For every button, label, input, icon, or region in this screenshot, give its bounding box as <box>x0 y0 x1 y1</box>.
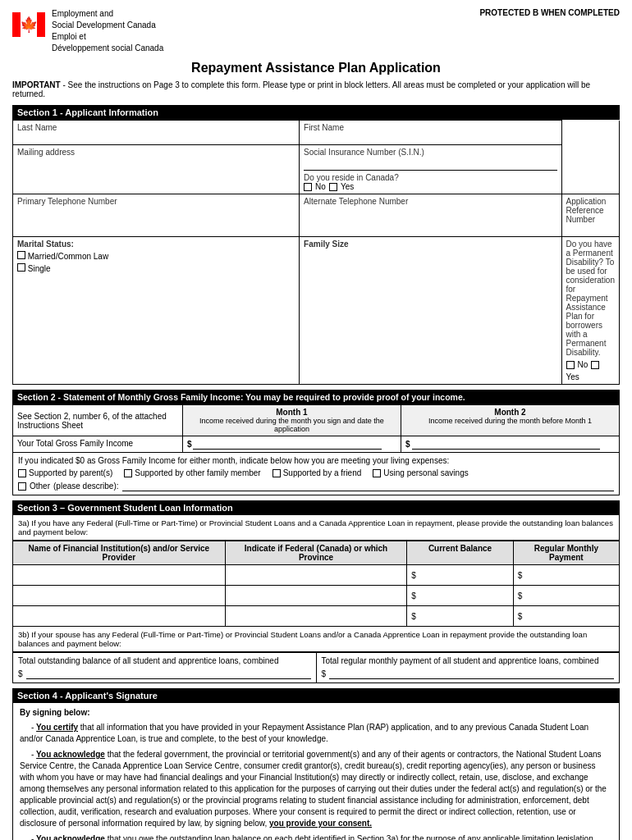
section1-header: Section 1 - Applicant Information <box>12 105 620 120</box>
month1-sub: Income received during the month you sig… <box>187 417 396 433</box>
supported-other-family-label: Supported by other family member <box>135 468 260 477</box>
loan-institution-1 <box>13 565 226 586</box>
first-name-input[interactable] <box>304 132 556 142</box>
primary-phone-cell: Primary Telephone Number <box>13 194 300 237</box>
instructions-ref-text: See Section 2, number 6, of the attached… <box>17 412 167 430</box>
col3-header-text: Current Balance <box>428 544 492 553</box>
gross-income-month2: $ <box>405 439 615 450</box>
loans-header-row: Name of Financial Institution(s) and/or … <box>13 541 620 565</box>
phone-row: Primary Telephone Number Alternate Telep… <box>13 194 620 237</box>
married-option: Married/Common Law <box>17 251 295 261</box>
section4: Section 4 - Applicant's Signature By sig… <box>12 688 620 840</box>
disability-no-checkbox[interactable] <box>566 361 575 369</box>
loan-payment-2: $ <box>513 586 619 606</box>
loan-province-2 <box>225 586 407 606</box>
single-option: Single <box>17 263 295 273</box>
supported-other-family-checkbox[interactable] <box>124 469 132 477</box>
balance-dollar-3: $ <box>411 612 416 621</box>
residence-yes-checkbox[interactable] <box>329 183 337 191</box>
dollar-sign-2: $ <box>405 440 410 449</box>
payment-dollar-3: $ <box>518 612 523 621</box>
marital-status-cell: Marital Status: Married/Common Law Singl… <box>13 237 300 385</box>
other-expense-row: Other (please describe): <box>18 481 614 491</box>
disability-options: No Yes <box>566 360 616 381</box>
org-fr-line1: Emploi et <box>52 31 163 43</box>
payment-1-input[interactable] <box>524 568 607 582</box>
sin-input[interactable] <box>304 157 556 167</box>
province-1-input[interactable] <box>230 568 403 582</box>
province-2-input[interactable] <box>230 588 403 603</box>
canada-residence-section: Do you reside in Canada? No Yes <box>304 170 556 191</box>
other-label: Other <box>30 482 50 491</box>
svg-rect-1 <box>37 12 45 37</box>
acknowledge2-intro: You acknowledge <box>36 834 105 840</box>
balance-3-input[interactable] <box>419 609 501 623</box>
residence-no-checkbox[interactable] <box>304 183 312 191</box>
header-left: 🍁 Employment and Social Development Cana… <box>12 8 163 54</box>
alt-phone-cell: Alternate Telephone Number <box>300 194 561 237</box>
disability-yes-checkbox[interactable] <box>591 361 599 369</box>
using-savings-checkbox[interactable] <box>373 469 381 477</box>
primary-phone-input[interactable] <box>17 206 295 216</box>
supported-parents-checkbox[interactable] <box>18 469 26 477</box>
gross-income-month2-input[interactable] <box>412 439 601 450</box>
section3: Section 3 – Government Student Loan Info… <box>12 500 620 683</box>
alt-phone-input[interactable] <box>304 206 556 216</box>
org-en-line1: Employment and <box>52 8 163 20</box>
living-expense-options: Supported by parent(s) Supported by othe… <box>18 468 614 477</box>
institution-3-input[interactable] <box>17 609 221 623</box>
payment-2-input[interactable] <box>524 588 607 603</box>
app-ref-input[interactable] <box>566 224 616 234</box>
loan-institution-3 <box>13 606 226 627</box>
gross-income-month1: $ <box>187 439 396 450</box>
balance-dollar-1: $ <box>411 571 416 580</box>
section1-table: Last Name First Name Mailing address Soc… <box>12 120 620 385</box>
supported-other-family-item: Supported by other family member <box>124 468 260 477</box>
married-checkbox[interactable] <box>17 251 25 259</box>
month2-header-cell: Month 2 Income received during the month… <box>401 405 619 436</box>
marital-row: Marital Status: Married/Common Law Singl… <box>13 237 620 385</box>
loan-province-3 <box>225 606 407 627</box>
balance-1-input[interactable] <box>419 568 501 582</box>
total-payment-input[interactable] <box>329 669 614 679</box>
payment-dollar-2: $ <box>518 591 523 600</box>
section3a-note: 3a) If you have any Federal (Full-Time o… <box>12 515 620 541</box>
total-balance-input[interactable] <box>26 669 311 679</box>
month1-header: Month 1 <box>187 408 396 417</box>
supported-friend-checkbox[interactable] <box>272 469 281 477</box>
single-checkbox[interactable] <box>17 263 25 272</box>
acknowledge2-paragraph: - You acknowledge that you owe the outst… <box>20 833 612 840</box>
address-row: Mailing address Social Insurance Number … <box>13 145 620 194</box>
sin-label: Social Insurance Number (S.I.N.) <box>304 148 556 157</box>
certify-dash: - <box>20 723 36 732</box>
mailing-address-input[interactable] <box>17 157 295 181</box>
balance-2-input[interactable] <box>419 588 501 603</box>
other-checkbox[interactable] <box>18 482 26 491</box>
last-name-input[interactable] <box>17 132 295 142</box>
loan-balance-3: $ <box>407 606 513 627</box>
sin-canada-cell: Social Insurance Number (S.I.N.) Do you … <box>300 145 561 194</box>
section2-header: Section 2 - Statement of Monthly Gross F… <box>12 390 620 404</box>
gross-income-month1-input[interactable] <box>193 439 382 450</box>
gross-income-label: Your Total Gross Family Income <box>17 439 133 448</box>
institution-2-input[interactable] <box>17 588 221 603</box>
payment-3-input[interactable] <box>524 609 607 623</box>
gross-income-month1-cell: $ <box>182 436 401 453</box>
other-describe-input[interactable] <box>122 481 615 491</box>
first-name-label: First Name <box>304 123 556 132</box>
loan-balance-2: $ <box>407 586 513 606</box>
alt-phone-label: Alternate Telephone Number <box>304 197 556 206</box>
section1: Section 1 - Applicant Information Last N… <box>12 105 620 385</box>
supported-friend-label: Supported by a friend <box>283 468 362 477</box>
disability-cell: Do you have a Permanent Disability? To b… <box>561 237 620 385</box>
province-3-input[interactable] <box>230 609 403 623</box>
page-title: Repayment Assistance Plan Application <box>12 61 620 75</box>
loans-table: Name of Financial Institution(s) and/or … <box>12 541 620 627</box>
total-payment-cell: Total regular monthly payment of all stu… <box>317 653 620 682</box>
institution-1-input[interactable] <box>17 568 221 582</box>
family-size-input[interactable] <box>304 249 556 273</box>
total-balance-field: $ <box>18 669 311 679</box>
name-row: Last Name First Name <box>13 121 620 145</box>
loan-balance-1: $ <box>407 565 513 586</box>
acknowledge1-intro: You acknowledge <box>36 750 105 759</box>
